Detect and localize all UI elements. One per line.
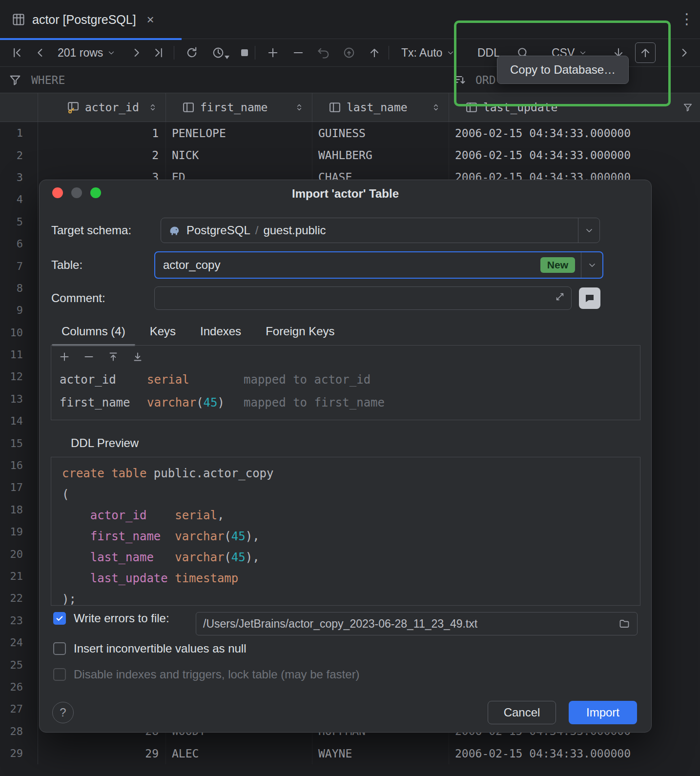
cell-last-update[interactable]: 2006-02-15 04:34:33.000000 bbox=[449, 742, 700, 764]
row-number[interactable]: 29 bbox=[0, 742, 38, 764]
table-name-combo[interactable]: actor_copy New bbox=[154, 251, 603, 279]
column-header-first-name[interactable]: first_name bbox=[166, 93, 312, 122]
table-row[interactable]: 11PENELOPEGUINESS2006-02-15 04:34:33.000… bbox=[0, 122, 700, 144]
comment-bubble-button[interactable] bbox=[579, 287, 600, 309]
submit-changes-button[interactable] bbox=[342, 45, 356, 60]
row-number[interactable]: 20 bbox=[0, 543, 38, 565]
filter-funnel-icon[interactable] bbox=[8, 73, 22, 87]
next-page-button[interactable] bbox=[129, 45, 144, 60]
cell-first-name[interactable]: NICK bbox=[166, 144, 312, 166]
cell-last-name[interactable]: WAHLBERG bbox=[312, 144, 449, 166]
expand-toolbar-chevron[interactable] bbox=[677, 45, 691, 60]
row-number[interactable]: 24 bbox=[0, 632, 38, 653]
target-schema-combo[interactable]: PostgreSQL / guest.public bbox=[161, 218, 600, 243]
cell-last-update[interactable]: 2006-02-15 04:34:33.000000 bbox=[449, 144, 700, 166]
sort-arrows-icon[interactable] bbox=[294, 102, 304, 112]
column-mapping-row[interactable]: first_namevarchar(45)mapped to first_nam… bbox=[51, 391, 640, 414]
row-number[interactable]: 18 bbox=[0, 499, 38, 521]
insert-null-checkbox[interactable] bbox=[53, 642, 66, 655]
row-number[interactable]: 2 bbox=[0, 144, 38, 166]
error-file-path-input[interactable]: /Users/JetBrains/actor_copy_2023-06-28_1… bbox=[196, 612, 638, 635]
row-number[interactable]: 10 bbox=[0, 322, 38, 344]
cell-first-name[interactable]: PENELOPE bbox=[166, 122, 312, 144]
tx-mode-dropdown[interactable]: Tx: Auto bbox=[401, 44, 455, 61]
sort-arrows-icon[interactable] bbox=[148, 102, 158, 112]
page-size-dropdown[interactable]: 201 rows bbox=[58, 44, 116, 61]
table-dropdown-chevron[interactable] bbox=[581, 252, 602, 278]
add-row-button[interactable] bbox=[266, 45, 280, 60]
tab-columns[interactable]: Columns (4) bbox=[62, 325, 125, 346]
tab-keys[interactable]: Keys bbox=[150, 325, 176, 346]
column-header-actor-id[interactable]: actor_id bbox=[38, 93, 166, 122]
row-number[interactable]: 1 bbox=[0, 122, 38, 144]
row-number[interactable]: 11 bbox=[0, 344, 38, 366]
schema-dropdown-chevron[interactable] bbox=[578, 218, 599, 243]
expand-icon[interactable] bbox=[555, 291, 565, 305]
row-number[interactable]: 19 bbox=[0, 521, 38, 543]
row-number[interactable]: 9 bbox=[0, 299, 38, 321]
first-page-button[interactable] bbox=[10, 45, 24, 60]
column-header-last-update[interactable]: last_update bbox=[449, 93, 700, 122]
refresh-button[interactable] bbox=[185, 45, 199, 60]
row-number[interactable]: 15 bbox=[0, 432, 38, 454]
import-export-button[interactable] bbox=[635, 42, 656, 63]
cancel-button[interactable]: Cancel bbox=[488, 701, 556, 724]
stop-button[interactable] bbox=[237, 45, 252, 60]
column-filter-icon[interactable] bbox=[682, 102, 693, 113]
tab-actor-postgresql[interactable]: actor [PostgreSQL] × bbox=[0, 0, 182, 39]
tab-indexes[interactable]: Indexes bbox=[200, 325, 241, 346]
row-number[interactable]: 22 bbox=[0, 587, 38, 609]
revert-button[interactable] bbox=[316, 45, 331, 60]
row-number[interactable]: 8 bbox=[0, 277, 38, 299]
column-header-last-name[interactable]: last_name bbox=[312, 93, 449, 122]
auto-refresh-clock-button[interactable] bbox=[211, 45, 226, 60]
cell-actor-id[interactable]: 2 bbox=[38, 144, 166, 166]
comment-input[interactable] bbox=[154, 286, 572, 310]
row-number-header[interactable] bbox=[0, 93, 38, 122]
order-by-input[interactable]: ORD bbox=[475, 73, 496, 87]
row-number[interactable]: 5 bbox=[0, 211, 38, 233]
upload-arrow-button[interactable] bbox=[367, 45, 382, 60]
previous-page-button[interactable] bbox=[33, 45, 48, 60]
row-number[interactable]: 25 bbox=[0, 653, 38, 675]
kebab-menu-icon[interactable]: ⋮ bbox=[679, 11, 694, 27]
table-row[interactable]: 22NICKWAHLBERG2006-02-15 04:34:33.000000 bbox=[0, 144, 700, 166]
row-number[interactable]: 16 bbox=[0, 454, 38, 476]
row-number[interactable]: 27 bbox=[0, 698, 38, 720]
help-button[interactable]: ? bbox=[52, 702, 74, 723]
tab-foreign-keys[interactable]: Foreign Keys bbox=[266, 325, 334, 346]
cell-last-name[interactable]: GUINESS bbox=[312, 122, 449, 144]
row-number[interactable]: 7 bbox=[0, 255, 38, 277]
row-number[interactable]: 13 bbox=[0, 388, 38, 410]
row-number[interactable]: 3 bbox=[0, 166, 38, 188]
remove-column-icon[interactable] bbox=[82, 350, 95, 363]
cell-actor-id[interactable]: 1 bbox=[38, 122, 166, 144]
where-filter-input[interactable]: WHERE bbox=[31, 73, 65, 87]
tab-close-icon[interactable]: × bbox=[147, 12, 154, 27]
sort-arrows-icon[interactable] bbox=[431, 102, 441, 112]
cell-last-update[interactable]: 2006-02-15 04:34:33.000000 bbox=[449, 122, 700, 144]
cell-first-name[interactable]: ALEC bbox=[166, 742, 312, 764]
row-number[interactable]: 17 bbox=[0, 476, 38, 498]
row-number[interactable]: 23 bbox=[0, 610, 38, 632]
import-button[interactable]: Import bbox=[569, 701, 637, 724]
delete-row-button[interactable] bbox=[291, 45, 306, 60]
move-bottom-icon[interactable] bbox=[131, 350, 144, 363]
table-row[interactable]: 2929ALECWAYNE2006-02-15 04:34:33.000000 bbox=[0, 742, 700, 764]
cell-last-name[interactable]: WAYNE bbox=[312, 742, 449, 764]
write-errors-checkbox[interactable] bbox=[53, 612, 66, 625]
row-number[interactable]: 14 bbox=[0, 410, 38, 432]
column-mapping-row[interactable]: last_namevarchar(45)mapped to last_name bbox=[51, 414, 640, 420]
row-number[interactable]: 6 bbox=[0, 233, 38, 255]
folder-icon[interactable] bbox=[618, 618, 630, 630]
row-number[interactable]: 4 bbox=[0, 188, 38, 210]
add-column-icon[interactable] bbox=[58, 350, 71, 363]
row-number[interactable]: 12 bbox=[0, 366, 38, 388]
order-by-icon[interactable] bbox=[452, 73, 467, 87]
cell-actor-id[interactable]: 29 bbox=[38, 742, 166, 764]
row-number[interactable]: 28 bbox=[0, 720, 38, 742]
row-number[interactable]: 21 bbox=[0, 565, 38, 587]
move-top-icon[interactable] bbox=[107, 350, 120, 363]
last-page-button[interactable] bbox=[151, 45, 166, 60]
column-mapping-row[interactable]: actor_idserialmapped to actor_id bbox=[51, 368, 640, 391]
